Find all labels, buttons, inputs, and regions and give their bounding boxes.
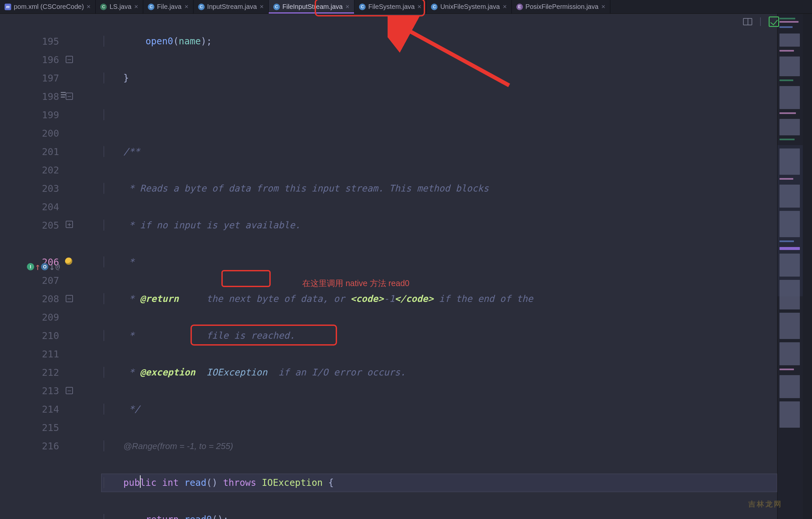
tab-filesystem-java[interactable]: C FileSystem.java ✕ [354,0,426,13]
inlay-hint: @Range(from = -1, to = 255) [123,441,233,451]
code-area[interactable]: │ open0(name); │ } │ │ /** │ * Reads a b… [85,14,777,519]
javadoc: * [123,293,140,304]
tab-pom-xml[interactable]: m pom.xml (CSCoreCode) ✕ [0,0,95,13]
fold-toggle[interactable] [66,56,73,63]
line-number: 196 [0,51,59,69]
class-readonly-icon: C [273,4,280,10]
overridden-down-icon: ↓ [49,258,55,276]
fold-toggle[interactable] [66,295,73,302]
enum-icon: E [516,4,523,10]
class-readonly-icon: C [359,4,366,10]
tab-label: PosixFilePermission.java [526,3,599,10]
line-number: 211 [0,345,59,363]
tab-label: LS.java [109,3,132,10]
line-number: 209 [0,308,59,326]
tab-label: UnixFileSystem.java [440,3,500,10]
close-icon[interactable]: ✕ [502,4,507,10]
tab-fileinputstream-java[interactable]: C FileInputStream.java ✕ [269,0,354,13]
line-number [0,14,59,32]
tab-file-java[interactable]: C File.java ✕ [143,0,193,13]
class-readonly-icon: C [148,4,154,10]
annotation-note: 在这里调用 native 方法 read0 [302,274,410,292]
token-id: name [179,36,201,47]
toolbar-divider [760,18,761,26]
class-readonly-icon: C [198,4,205,10]
fold-toggle[interactable] [66,387,73,394]
tab-unixfilesystem-java[interactable]: C UnixFileSystem.java ✕ [426,0,512,13]
line-number: 205 [0,216,59,234]
token-fn: open0 [146,36,173,47]
intention-bulb-icon[interactable] [65,258,74,266]
javadoc: * file is reached. [123,330,295,341]
line-number: 198 [0,87,59,106]
line-number: 203 [0,179,59,198]
javadoc-code: </code> [395,293,434,304]
line-number: 200 [0,124,59,143]
token-kw: throws [223,477,256,488]
javadoc: the next byte of data, or [179,293,350,304]
watermark: 吉林龙网 [748,499,782,509]
javadoc: * Reads a byte of data from this input s… [123,183,489,194]
javadoc-type: IOException [206,367,267,378]
implements-icon: I [27,263,34,270]
line-number [0,234,59,253]
overridden-icon: O [41,263,48,270]
token-kw: return [146,514,179,519]
gutter[interactable]: 195 196 197 198 199 200 201 202 203 204 … [0,14,66,519]
no-problems-icon[interactable] [768,17,779,27]
token-fn: read0 [184,514,212,519]
tab-ls-java[interactable]: C LS.java ✕ [95,0,143,13]
line-number: 199 [0,106,59,124]
right-tool-window-bar[interactable] [803,14,812,519]
close-icon[interactable]: ✕ [134,4,138,10]
token-fn: read [184,477,206,488]
javadoc-tag: @exception [140,367,196,378]
line-number: 204 [0,198,59,216]
javadoc: -1 [384,293,395,304]
close-icon[interactable]: ✕ [260,4,264,10]
line-number: 202 [0,161,59,179]
close-icon[interactable]: ✕ [184,4,188,10]
editor-tab-bar: m pom.xml (CSCoreCode) ✕ C LS.java ✕ C F… [0,0,812,14]
javadoc: /** [123,146,140,157]
fold-toggle[interactable] [66,93,73,100]
tab-posixfilepermission-java[interactable]: E PosixFilePermission.java ✕ [512,0,610,13]
class-readonly-icon: C [431,4,438,10]
fold-toggle[interactable] [66,221,73,228]
minimap[interactable] [777,14,803,519]
javadoc: */ [123,404,140,414]
tab-inputstream-java[interactable]: C InputStream.java ✕ [194,0,269,13]
line-number: 201 [0,143,59,161]
maven-icon: m [5,4,11,10]
reader-mode-icon[interactable] [743,18,752,25]
close-icon[interactable]: ✕ [601,4,605,10]
javadoc: if the end of the [434,293,533,304]
line-number: 197 [0,69,59,87]
javadoc: if an I/O error occurs. [267,367,406,378]
line-number: 216 [0,437,59,455]
tab-label: FileSystem.java [368,3,414,10]
gutter-method-markers[interactable]: I ↑ O ↓ @ [27,258,60,276]
code-editor[interactable]: 195 196 197 198 199 200 201 202 203 204 … [0,14,812,519]
editor-top-right-toolbar [743,17,779,27]
javadoc-tag: @return [140,293,179,304]
close-icon[interactable]: ✕ [86,4,91,10]
javadoc: * if no input is yet available. [123,220,300,231]
line-number: 195 [0,32,59,51]
annotation-icon: @ [56,258,60,276]
line-number: 214 [0,400,59,419]
override-up-icon: ↑ [35,258,40,276]
tab-label: InputStream.java [207,3,257,10]
javadoc-code: <code> [350,293,384,304]
line-number: 212 [0,363,59,382]
token-kw: lic [140,477,157,488]
token-type: IOException [262,477,323,488]
class-icon: C [100,4,107,10]
fold-column[interactable] [66,14,85,519]
tab-label: File.java [157,3,181,10]
line-number: 208 [0,290,59,308]
line-number: 215 [0,419,59,437]
close-icon[interactable]: ✕ [417,4,422,10]
line-number: 210 [0,326,59,345]
close-icon[interactable]: ✕ [345,4,349,10]
